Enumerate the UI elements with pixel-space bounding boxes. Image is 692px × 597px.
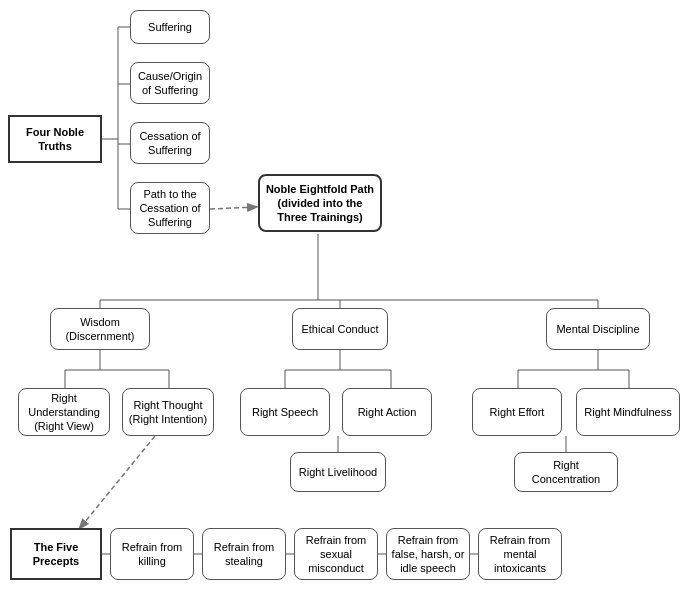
right-action-label: Right Action	[358, 405, 417, 419]
mental-box: Mental Discipline	[546, 308, 650, 350]
ethical-box: Ethical Conduct	[292, 308, 388, 350]
no-speech-box: Refrain from false, harsh, or idle speec…	[386, 528, 470, 580]
right-thought-box: Right Thought (Right Intention)	[122, 388, 214, 436]
no-intoxicants-label: Refrain from mental intoxicants	[483, 533, 557, 576]
right-mindfulness-label: Right Mindfulness	[584, 405, 671, 419]
no-sexual-label: Refrain from sexual misconduct	[299, 533, 373, 576]
wisdom-box: Wisdom (Discernment)	[50, 308, 150, 350]
no-stealing-box: Refrain from stealing	[202, 528, 286, 580]
right-livelihood-box: Right Livelihood	[290, 452, 386, 492]
right-speech-label: Right Speech	[252, 405, 318, 419]
right-effort-label: Right Effort	[490, 405, 545, 419]
right-speech-box: Right Speech	[240, 388, 330, 436]
five-precepts-box: The Five Precepts	[10, 528, 102, 580]
right-understanding-box: Right Understanding (Right View)	[18, 388, 110, 436]
no-intoxicants-box: Refrain from mental intoxicants	[478, 528, 562, 580]
wisdom-label: Wisdom (Discernment)	[55, 315, 145, 344]
no-speech-label: Refrain from false, harsh, or idle speec…	[391, 533, 465, 576]
noble-eightfold-box: Noble Eightfold Path (divided into the T…	[258, 174, 382, 232]
suffering-label: Suffering	[148, 20, 192, 34]
right-concentration-label: Right Concentration	[519, 458, 613, 487]
mental-label: Mental Discipline	[556, 322, 639, 336]
no-killing-label: Refrain from killing	[115, 540, 189, 569]
path-box: Path to the Cessation of Suffering	[130, 182, 210, 234]
right-livelihood-label: Right Livelihood	[299, 465, 377, 479]
suffering-box: Suffering	[130, 10, 210, 44]
right-action-box: Right Action	[342, 388, 432, 436]
right-thought-label: Right Thought (Right Intention)	[127, 398, 209, 427]
right-understanding-label: Right Understanding (Right View)	[23, 391, 105, 434]
four-noble-truths-box: Four Noble Truths	[8, 115, 102, 163]
right-concentration-box: Right Concentration	[514, 452, 618, 492]
svg-line-26	[80, 436, 155, 528]
cessation-label: Cessation of Suffering	[135, 129, 205, 158]
cause-label: Cause/Origin of Suffering	[135, 69, 205, 98]
right-mindfulness-box: Right Mindfulness	[576, 388, 680, 436]
cause-box: Cause/Origin of Suffering	[130, 62, 210, 104]
ethical-label: Ethical Conduct	[301, 322, 378, 336]
noble-eightfold-label: Noble Eightfold Path (divided into the T…	[264, 182, 376, 225]
cessation-box: Cessation of Suffering	[130, 122, 210, 164]
no-stealing-label: Refrain from stealing	[207, 540, 281, 569]
five-precepts-label: The Five Precepts	[16, 540, 96, 569]
connecting-lines	[0, 0, 692, 597]
no-sexual-box: Refrain from sexual misconduct	[294, 528, 378, 580]
right-effort-box: Right Effort	[472, 388, 562, 436]
four-noble-truths-label: Four Noble Truths	[14, 125, 96, 154]
svg-line-6	[210, 207, 256, 209]
no-killing-box: Refrain from killing	[110, 528, 194, 580]
diagram: Four Noble Truths Suffering Cause/Origin…	[0, 0, 692, 597]
path-label: Path to the Cessation of Suffering	[135, 187, 205, 230]
